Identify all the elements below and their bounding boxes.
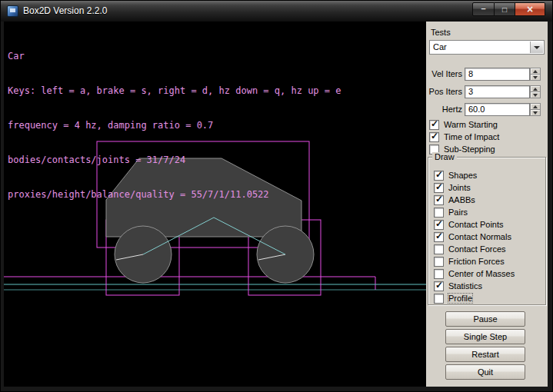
spin-down-button[interactable] <box>530 91 541 98</box>
dropdown-arrow-button[interactable] <box>530 42 543 53</box>
pos-iters-row: Pos Iters 3 <box>426 85 548 98</box>
spin-up-button[interactable] <box>530 68 541 74</box>
spin-down-button[interactable] <box>530 109 541 116</box>
checkbox-label: Profile <box>448 294 472 303</box>
checkbox-statistics[interactable]: ✓ Statistics <box>434 281 482 291</box>
checkbox-label: Friction Forces <box>448 257 505 266</box>
hud-keys-line: Keys: left = a, brake = s, right = d, hz… <box>8 85 341 97</box>
checkbox-icon: ✓ <box>434 244 444 254</box>
test-select-value: Car <box>433 42 447 51</box>
vel-iters-stepper <box>530 68 541 81</box>
checkbox-aabbs[interactable]: ✓ AABBs <box>434 194 475 205</box>
app-window: Box2D Version 2.2.0 – □ × <box>0 0 553 392</box>
checkbox-pairs[interactable]: ✓ Pairs <box>434 207 468 218</box>
checkbox-label: Contact Normals <box>448 232 511 241</box>
checkbox-center-of-masses[interactable]: ✓ Center of Masses <box>434 268 515 279</box>
spin-up-button[interactable] <box>530 85 541 91</box>
checkbox-label: Warm Starting <box>444 120 498 129</box>
spin-up-button[interactable] <box>530 103 541 109</box>
checkbox-shapes[interactable]: ✓ Shapes <box>434 170 477 181</box>
quit-button-label: Quit <box>478 367 493 377</box>
hertz-row: Hertz 60.0 <box>426 103 548 116</box>
minimize-icon: – <box>481 4 485 13</box>
app-icon <box>7 5 18 17</box>
chevron-down-icon <box>534 46 540 49</box>
checkmark-icon: ✓ <box>435 181 443 192</box>
checkbox-icon: ✓ <box>429 120 439 130</box>
checkbox-icon: ✓ <box>434 171 444 181</box>
checkmark-icon: ✓ <box>435 218 443 229</box>
hud-proxy-line: proxies/height/balance/quality = 55/7/1/… <box>8 189 341 201</box>
tests-label: Tests <box>431 28 451 37</box>
checkbox-contact-points[interactable]: ✓ Contact Points <box>434 219 504 230</box>
checkbox-icon: ✓ <box>434 208 444 218</box>
checkbox-label: Shapes <box>448 171 477 180</box>
checkmark-icon: ✓ <box>431 131 438 141</box>
arrow-up-icon <box>533 105 538 108</box>
arrow-up-icon <box>533 88 538 91</box>
checkmark-icon: ✓ <box>435 280 443 291</box>
checkbox-icon: ✓ <box>434 294 444 304</box>
checkbox-label: Statistics <box>448 281 482 291</box>
checkbox-warm-starting[interactable]: ✓ Warm Starting <box>429 119 498 130</box>
debug-text-overlay: Car Keys: left = a, brake = s, right = d… <box>8 28 341 224</box>
checkmark-icon: ✓ <box>435 231 443 241</box>
checkbox-icon: ✓ <box>434 183 444 193</box>
arrow-down-icon <box>533 76 538 79</box>
checkbox-icon: ✓ <box>434 232 444 242</box>
checkbox-label: Pairs <box>448 208 468 217</box>
maximize-button[interactable]: □ <box>495 2 515 16</box>
hertz-label: Hertz <box>426 105 462 114</box>
checkmark-icon: ✓ <box>435 194 443 204</box>
arrow-up-icon <box>533 70 538 73</box>
vel-iters-row: Vel Iters 8 <box>426 68 548 81</box>
spin-down-button[interactable] <box>530 74 541 81</box>
vel-iters-label: Vel Iters <box>426 69 462 78</box>
quit-button[interactable]: Quit <box>445 364 525 380</box>
test-select-dropdown[interactable]: Car <box>429 40 545 55</box>
control-panel: Tests Car Vel Iters 8 Pos Iters 3 <box>426 22 548 387</box>
checkbox-label: Contact Forces <box>448 244 506 254</box>
checkbox-contact-forces[interactable]: ✓ Contact Forces <box>434 244 506 254</box>
simulation-canvas[interactable]: Car Keys: left = a, brake = s, right = d… <box>4 22 426 387</box>
checkbox-profile[interactable]: ✓ Profile <box>434 293 472 304</box>
title-bar[interactable]: Box2D Version 2.2.0 – □ × <box>1 1 552 22</box>
pos-iters-input[interactable]: 3 <box>465 85 530 98</box>
window-content: Car Keys: left = a, brake = s, right = d… <box>4 22 548 387</box>
checkbox-label: Time of Impact <box>444 132 499 141</box>
checkbox-label: AABBs <box>448 195 475 204</box>
checkbox-label: Contact Points <box>448 220 504 229</box>
maximize-icon: □ <box>502 5 507 14</box>
checkbox-icon: ✓ <box>434 281 444 291</box>
pos-iters-stepper <box>530 85 541 98</box>
checkbox-label: Center of Masses <box>448 269 515 278</box>
pause-button-label: Pause <box>473 314 497 324</box>
arrow-down-icon <box>533 111 538 115</box>
window-controls: – □ × <box>472 2 545 16</box>
checkmark-icon: ✓ <box>431 118 438 129</box>
checkbox-icon: ✓ <box>434 257 444 267</box>
arrow-down-icon <box>533 94 538 97</box>
vel-iters-input[interactable]: 8 <box>465 68 530 81</box>
checkbox-icon: ✓ <box>429 132 439 142</box>
hertz-input[interactable]: 60.0 <box>465 103 530 116</box>
hud-test-name: Car <box>8 51 341 62</box>
window-title: Box2D Version 2.2.0 <box>23 5 107 16</box>
checkbox-icon: ✓ <box>434 269 444 279</box>
pause-button[interactable]: Pause <box>445 311 525 327</box>
checkbox-icon: ✓ <box>434 195 444 205</box>
minimize-button[interactable]: – <box>472 2 495 16</box>
close-button[interactable]: × <box>515 2 545 16</box>
restart-button-label: Restart <box>471 350 498 359</box>
hud-frequency-line: frequency = 4 hz, damping ratio = 0.7 <box>8 120 341 131</box>
checkbox-label: Joints <box>448 183 471 192</box>
pos-iters-label: Pos Iters <box>426 87 462 96</box>
draw-group-label: Draw <box>432 152 457 161</box>
hud-stats-line: bodies/contacts/joints = 31/7/24 <box>8 154 341 166</box>
checkbox-contact-normals[interactable]: ✓ Contact Normals <box>434 231 511 242</box>
checkbox-time-of-impact[interactable]: ✓ Time of Impact <box>429 131 499 142</box>
checkbox-friction-forces[interactable]: ✓ Friction Forces <box>434 256 505 267</box>
restart-button[interactable]: Restart <box>445 347 525 362</box>
checkbox-joints[interactable]: ✓ Joints <box>434 182 471 193</box>
single-step-button[interactable]: Single Step <box>445 329 525 344</box>
